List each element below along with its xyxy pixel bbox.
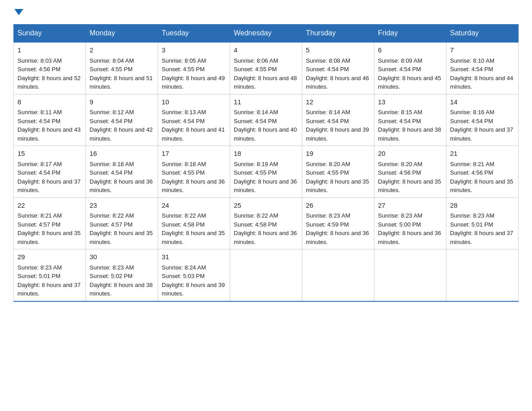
day-number: 11: [234, 97, 298, 107]
sunrise-label: Sunrise: 8:05 AM: [162, 57, 206, 64]
calendar-cell: 17Sunrise: 8:18 AMSunset: 4:55 PMDayligh…: [158, 146, 230, 198]
daylight-label: Daylight: 8 hours and 35 minutes.: [450, 178, 513, 194]
daylight-label: Daylight: 8 hours and 35 minutes.: [162, 230, 225, 245]
daylight-label: Daylight: 8 hours and 40 minutes.: [234, 126, 297, 142]
day-number: 10: [162, 97, 226, 107]
day-header-thursday: Thursday: [302, 25, 374, 43]
sunset-label: Sunset: 4:55 PM: [234, 169, 277, 176]
day-number: 12: [306, 97, 370, 107]
sunrise-label: Sunrise: 8:23 AM: [306, 212, 350, 219]
daylight-label: Daylight: 8 hours and 37 minutes.: [17, 282, 81, 297]
day-number: 7: [450, 45, 515, 56]
sunrise-label: Sunrise: 8:18 AM: [162, 161, 206, 167]
sunrise-label: Sunrise: 8:06 AM: [234, 57, 278, 64]
day-number: 6: [378, 45, 442, 56]
calendar-cell: 30Sunrise: 8:23 AMSunset: 5:02 PMDayligh…: [86, 249, 158, 301]
day-number: 13: [378, 97, 442, 107]
calendar-cell: 19Sunrise: 8:20 AMSunset: 4:55 PMDayligh…: [302, 146, 374, 198]
calendar-cell: [302, 249, 374, 301]
sunrise-label: Sunrise: 8:15 AM: [378, 109, 422, 116]
sunrise-label: Sunrise: 8:18 AM: [90, 161, 134, 167]
day-header-monday: Monday: [86, 25, 158, 43]
sunset-label: Sunset: 4:54 PM: [378, 118, 421, 124]
sunset-label: Sunset: 4:59 PM: [306, 221, 349, 228]
sunset-label: Sunset: 5:02 PM: [90, 273, 133, 279]
calendar-cell: 2Sunrise: 8:04 AMSunset: 4:55 PMDaylight…: [86, 42, 158, 94]
sunset-label: Sunset: 4:55 PM: [162, 66, 205, 73]
day-number: 19: [306, 149, 370, 159]
sunrise-label: Sunrise: 8:24 AM: [162, 264, 206, 271]
sunrise-label: Sunrise: 8:08 AM: [306, 57, 350, 64]
day-number: 17: [162, 149, 226, 159]
sunset-label: Sunset: 4:54 PM: [90, 118, 133, 124]
day-header-saturday: Saturday: [446, 25, 519, 43]
week-row-3: 15Sunrise: 8:17 AMSunset: 4:54 PMDayligh…: [14, 146, 519, 198]
sunset-label: Sunset: 4:56 PM: [378, 169, 421, 176]
daylight-label: Daylight: 8 hours and 38 minutes.: [378, 126, 441, 142]
sunset-label: Sunset: 4:54 PM: [450, 66, 493, 73]
daylight-label: Daylight: 8 hours and 35 minutes.: [306, 178, 369, 194]
sunset-label: Sunset: 4:57 PM: [90, 221, 133, 228]
calendar-cell: 6Sunrise: 8:09 AMSunset: 4:54 PMDaylight…: [374, 42, 446, 94]
sunrise-label: Sunrise: 8:23 AM: [378, 212, 422, 219]
sunset-label: Sunset: 5:03 PM: [162, 273, 205, 279]
sunset-label: Sunset: 4:55 PM: [306, 169, 349, 176]
calendar-cell: 24Sunrise: 8:22 AMSunset: 4:58 PMDayligh…: [158, 197, 230, 249]
day-header-sunday: Sunday: [14, 25, 86, 43]
sunrise-label: Sunrise: 8:23 AM: [90, 264, 134, 271]
sunrise-label: Sunrise: 8:16 AM: [450, 109, 494, 116]
sunrise-label: Sunrise: 8:23 AM: [17, 264, 62, 271]
calendar-cell: 3Sunrise: 8:05 AMSunset: 4:55 PMDaylight…: [158, 42, 230, 94]
day-number: 15: [17, 149, 82, 159]
day-number: 28: [450, 201, 515, 211]
calendar-cell: 4Sunrise: 8:06 AMSunset: 4:55 PMDaylight…: [230, 42, 302, 94]
day-number: 18: [234, 149, 298, 159]
calendar-cell: 25Sunrise: 8:22 AMSunset: 4:58 PMDayligh…: [230, 197, 302, 249]
daylight-label: Daylight: 8 hours and 45 minutes.: [378, 75, 441, 90]
daylight-label: Daylight: 8 hours and 36 minutes.: [90, 178, 153, 194]
sunrise-label: Sunrise: 8:04 AM: [90, 57, 134, 64]
daylight-label: Daylight: 8 hours and 39 minutes.: [306, 126, 369, 142]
sunset-label: Sunset: 5:00 PM: [378, 221, 421, 228]
daylight-label: Daylight: 8 hours and 35 minutes.: [17, 230, 81, 245]
sunrise-label: Sunrise: 8:22 AM: [90, 212, 134, 219]
sunset-label: Sunset: 4:55 PM: [162, 169, 205, 176]
sunrise-label: Sunrise: 8:14 AM: [234, 109, 278, 116]
daylight-label: Daylight: 8 hours and 36 minutes.: [162, 178, 225, 194]
day-number: 29: [17, 252, 82, 262]
daylight-label: Daylight: 8 hours and 39 minutes.: [162, 282, 225, 297]
daylight-label: Daylight: 8 hours and 46 minutes.: [306, 75, 369, 90]
sunset-label: Sunset: 4:54 PM: [234, 118, 277, 124]
day-number: 30: [90, 252, 154, 262]
day-number: 5: [306, 45, 370, 56]
daylight-label: Daylight: 8 hours and 36 minutes.: [378, 230, 441, 245]
sunset-label: Sunset: 4:54 PM: [378, 66, 421, 73]
sunset-label: Sunset: 4:56 PM: [450, 169, 493, 176]
sunrise-label: Sunrise: 8:09 AM: [378, 57, 422, 64]
calendar-table: SundayMondayTuesdayWednesdayThursdayFrid…: [13, 24, 519, 302]
sunrise-label: Sunrise: 8:12 AM: [90, 109, 134, 116]
sunset-label: Sunset: 4:54 PM: [17, 118, 60, 124]
sunrise-label: Sunrise: 8:03 AM: [17, 57, 62, 64]
daylight-label: Daylight: 8 hours and 35 minutes.: [378, 178, 441, 194]
sunset-label: Sunset: 4:58 PM: [234, 221, 277, 228]
day-number: 1: [17, 45, 82, 56]
sunrise-label: Sunrise: 8:20 AM: [378, 161, 422, 167]
week-row-1: 1Sunrise: 8:03 AMSunset: 4:56 PMDaylight…: [14, 42, 519, 94]
calendar-cell: 21Sunrise: 8:21 AMSunset: 4:56 PMDayligh…: [446, 146, 519, 198]
sunset-label: Sunset: 4:57 PM: [17, 221, 60, 228]
day-number: 9: [90, 97, 154, 107]
daylight-label: Daylight: 8 hours and 37 minutes.: [17, 178, 81, 194]
sunrise-label: Sunrise: 8:11 AM: [17, 109, 62, 116]
sunset-label: Sunset: 4:56 PM: [17, 66, 60, 73]
calendar-cell: 16Sunrise: 8:18 AMSunset: 4:54 PMDayligh…: [86, 146, 158, 198]
calendar-cell: 23Sunrise: 8:22 AMSunset: 4:57 PMDayligh…: [86, 197, 158, 249]
daylight-label: Daylight: 8 hours and 48 minutes.: [234, 75, 297, 90]
calendar-cell: 15Sunrise: 8:17 AMSunset: 4:54 PMDayligh…: [14, 146, 86, 198]
week-row-5: 29Sunrise: 8:23 AMSunset: 5:01 PMDayligh…: [14, 249, 519, 301]
calendar-cell: 1Sunrise: 8:03 AMSunset: 4:56 PMDaylight…: [14, 42, 86, 94]
calendar-cell: 20Sunrise: 8:20 AMSunset: 4:56 PMDayligh…: [374, 146, 446, 198]
calendar-cell: [374, 249, 446, 301]
day-header-wednesday: Wednesday: [230, 25, 302, 43]
day-number: 8: [17, 97, 82, 107]
